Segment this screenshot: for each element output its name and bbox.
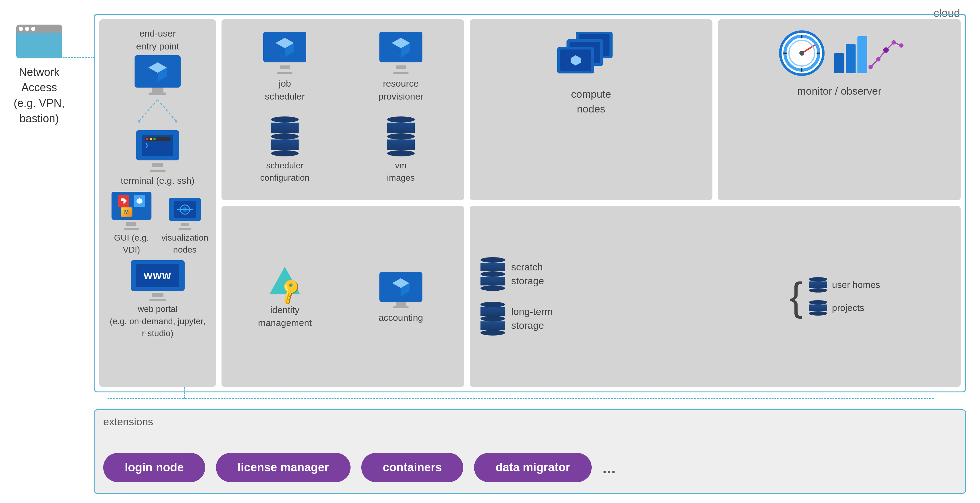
job-scheduler-item: job scheduler — [229, 27, 341, 112]
entry-label: end-user entry point — [136, 27, 179, 53]
compute-label: compute nodes — [571, 87, 611, 116]
accounting-item: accounting — [345, 269, 457, 324]
provisioner-label: resource provisioner — [378, 77, 423, 103]
svg-marker-7 — [175, 121, 177, 124]
provisioner-item: resource provisioner — [345, 27, 457, 112]
cloud-extensions-connector — [185, 387, 185, 399]
gui-label: GUI (e.g. VDI) — [107, 232, 156, 256]
cloud-boundary: end-user entry point — [94, 14, 966, 392]
more-label: ... — [603, 458, 616, 477]
login-node-button[interactable]: login node — [103, 453, 205, 482]
visualization-label: visualization nodes — [161, 232, 208, 256]
vm-images-item: vm images — [345, 116, 457, 193]
storage-left: scratch storage long-term storage — [480, 216, 711, 376]
gui-area: M GUI (e.g. VDI) — [107, 192, 156, 256]
svg-marker-8 — [124, 197, 127, 204]
identity-label: identity management — [258, 304, 312, 329]
terminal-area: ❯_ terminal (e.g. ssh) — [121, 130, 194, 187]
speedometer-icon — [777, 29, 826, 78]
storage-panel: scratch storage long-term storage { — [470, 206, 961, 387]
long-term-label: long-term storage — [511, 305, 553, 333]
storage-right: { user homes — [720, 216, 950, 376]
left-panel: end-user entry point — [99, 19, 216, 387]
network-connector — [60, 57, 95, 58]
extensions-buttons: login node license manager containers da… — [103, 453, 957, 482]
user-homes-item: user homes — [809, 277, 880, 293]
license-manager-button[interactable]: license manager — [216, 453, 350, 482]
projects-label: projects — [832, 302, 864, 313]
identity-item: 🔑 identity management — [229, 264, 341, 329]
monitor-observer-label: monitor / observer — [797, 84, 881, 99]
entry-point-area: end-user entry point — [107, 27, 208, 95]
network-access-label: Network Access (e.g. VPN, bastion) — [14, 65, 65, 127]
svg-point-9 — [121, 198, 124, 201]
svg-point-36 — [883, 47, 889, 53]
containers-button[interactable]: containers — [361, 453, 463, 482]
gui-row: M GUI (e.g. VDI) — [107, 192, 208, 256]
svg-point-32 — [799, 51, 804, 56]
long-term-storage-item: long-term storage — [480, 302, 711, 336]
network-access-section: Network Access (e.g. VPN, bastion) — [9, 25, 69, 127]
scheduler-config-item: scheduler configuration — [229, 116, 341, 193]
svg-point-38 — [899, 43, 904, 48]
extensions-box: extensions login node license manager co… — [94, 409, 966, 494]
vm-images-label: vm images — [387, 159, 415, 183]
svg-line-4 — [139, 100, 158, 121]
web-portal-label: web portal (e.g. on-demand, jupyter, r-s… — [107, 303, 208, 339]
cloud-extensions-connector-h — [108, 398, 934, 399]
extensions-label: extensions — [103, 416, 153, 428]
identity-panel: 🔑 identity management accounting — [221, 206, 464, 387]
web-portal-area: www web portal (e.g. on-demand, jupyter,… — [107, 260, 208, 339]
svg-line-5 — [158, 100, 176, 121]
svg-point-34 — [869, 65, 873, 69]
user-homes-label: user homes — [832, 280, 880, 290]
accounting-label: accounting — [379, 311, 423, 324]
scheduler-label: job scheduler — [265, 77, 305, 103]
projects-item: projects — [809, 300, 880, 315]
entry-monitor — [135, 55, 181, 95]
terminal-label: terminal (e.g. ssh) — [121, 174, 194, 187]
svg-marker-6 — [138, 121, 140, 124]
monitor-panel: monitor / observer — [718, 19, 961, 201]
scratch-storage-label: scratch storage — [511, 260, 544, 288]
data-migrator-button[interactable]: data migrator — [474, 453, 592, 482]
scratch-storage-item: scratch storage — [480, 257, 711, 291]
dashed-arrows — [127, 100, 188, 127]
scheduler-config-label: scheduler configuration — [260, 159, 309, 183]
svg-marker-24 — [571, 55, 581, 66]
svg-point-37 — [891, 40, 896, 45]
svg-point-35 — [876, 57, 880, 62]
browser-icon — [16, 25, 62, 58]
cloud-grid: end-user entry point — [99, 19, 961, 387]
svg-marker-10 — [137, 198, 142, 204]
visualization-area: visualization nodes — [161, 198, 208, 256]
scheduler-panel: job scheduler resource provisioner — [221, 19, 464, 201]
compute-panel: compute nodes — [470, 19, 713, 201]
